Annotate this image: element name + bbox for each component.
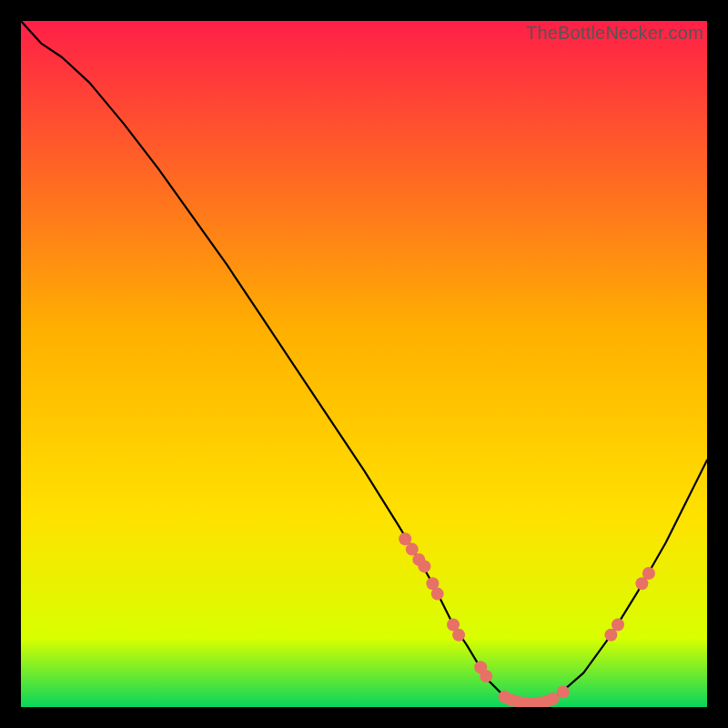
data-marker <box>452 629 465 642</box>
data-marker <box>431 588 444 601</box>
bottleneck-chart <box>21 21 707 707</box>
attribution-label: TheBottleNecker.com <box>526 23 703 44</box>
data-marker <box>642 567 655 580</box>
data-marker <box>418 560 430 572</box>
data-marker <box>557 685 570 698</box>
data-marker <box>480 670 492 682</box>
chart-frame: TheBottleNecker.com <box>21 21 707 707</box>
data-marker <box>612 619 624 632</box>
